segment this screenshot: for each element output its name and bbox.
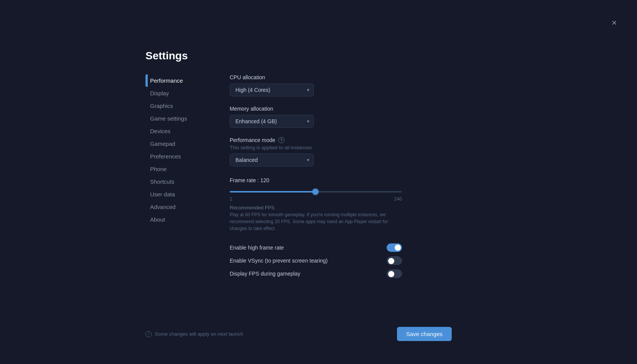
sidebar: PerformanceDisplayGraphicsGame settingsD…	[145, 74, 207, 280]
save-changes-button[interactable]: Save changes	[397, 327, 452, 341]
toggle-row-display-fps: Display FPS during gameplay	[230, 267, 402, 280]
sidebar-item-about[interactable]: About	[145, 213, 207, 226]
footer-info-icon: i	[145, 331, 152, 337]
settings-body: PerformanceDisplayGraphicsGame settingsD…	[145, 74, 452, 280]
settings-container: Settings PerformanceDisplayGraphicsGame …	[145, 50, 452, 280]
cpu-allocation-wrapper: Low (1 Core)Medium (2 Cores)High (4 Core…	[230, 83, 314, 96]
memory-allocation-wrapper: Standard (2 GB)Enhanced (4 GB)High (8 GB…	[230, 115, 314, 128]
toggle-display-fps[interactable]	[387, 269, 402, 278]
footer-note-text: Some changes will apply on next launch	[155, 331, 243, 337]
cpu-allocation-label: CPU allocation	[230, 74, 452, 80]
cpu-allocation-dropdown[interactable]: Low (1 Core)Medium (2 Cores)High (4 Core…	[230, 83, 314, 96]
slider-min-label: 1	[230, 196, 232, 202]
sidebar-item-shortcuts[interactable]: Shortcuts	[145, 175, 207, 188]
sidebar-item-game-settings[interactable]: Game settings	[145, 112, 207, 125]
memory-allocation-dropdown[interactable]: Standard (2 GB)Enhanced (4 GB)High (8 GB…	[230, 115, 314, 128]
performance-mode-subtitle: This setting is applied to all instances…	[230, 145, 452, 150]
footer: i Some changes will apply on next launch…	[145, 327, 452, 341]
footer-note: i Some changes will apply on next launch	[145, 331, 243, 337]
page-title: Settings	[145, 50, 452, 62]
toggle-high-frame-rate[interactable]	[387, 243, 402, 252]
toggle-thumb-display-fps	[388, 271, 394, 277]
fps-hint-text: Play at 60 FPS for smooth gameplay. If y…	[230, 211, 402, 232]
cpu-allocation-section: CPU allocation Low (1 Core)Medium (2 Cor…	[230, 74, 452, 96]
toggle-thumb-vsync	[388, 258, 394, 264]
performance-mode-dropdown[interactable]: Power SaverBalancedHigh Performance	[230, 153, 314, 166]
toggle-label-high-frame-rate: Enable high frame rate	[230, 245, 284, 251]
sidebar-item-performance[interactable]: Performance	[145, 74, 207, 87]
frame-rate-slider[interactable]	[230, 191, 402, 193]
slider-range-labels: 1 240	[230, 196, 402, 202]
sidebar-item-advanced[interactable]: Advanced	[145, 201, 207, 213]
performance-mode-help-icon[interactable]: ?	[278, 137, 284, 143]
toggle-label-vsync: Enable VSync (to prevent screen tearing)	[230, 258, 328, 264]
sidebar-item-user-data[interactable]: User data	[145, 188, 207, 201]
sidebar-item-phone[interactable]: Phone	[145, 163, 207, 175]
frame-rate-label: Frame rate : 120	[230, 177, 452, 183]
performance-mode-section: Performance mode ? This setting is appli…	[230, 137, 452, 166]
sidebar-item-display[interactable]: Display	[145, 87, 207, 100]
toggle-row-high-frame-rate: Enable high frame rate	[230, 241, 402, 254]
sidebar-item-graphics[interactable]: Graphics	[145, 100, 207, 112]
slider-container: 1 240	[230, 187, 402, 202]
memory-allocation-label: Memory allocation	[230, 106, 452, 112]
sidebar-item-devices[interactable]: Devices	[145, 125, 207, 137]
sidebar-item-gamepad[interactable]: Gamepad	[145, 137, 207, 150]
memory-allocation-section: Memory allocation Standard (2 GB)Enhance…	[230, 106, 452, 128]
fps-hint: Recommended FPS Play at 60 FPS for smoot…	[230, 205, 452, 232]
toggle-vsync[interactable]	[387, 256, 402, 265]
performance-mode-label: Performance mode	[230, 137, 275, 143]
slider-max-label: 240	[394, 196, 402, 202]
close-button[interactable]: ✕	[609, 18, 619, 28]
performance-mode-wrapper: Power SaverBalancedHigh Performance ▾	[230, 153, 314, 166]
fps-hint-title: Recommended FPS	[230, 205, 452, 211]
toggle-label-display-fps: Display FPS during gameplay	[230, 271, 300, 277]
toggle-thumb-high-frame-rate	[395, 245, 401, 251]
main-content: CPU allocation Low (1 Core)Medium (2 Cor…	[230, 74, 452, 280]
toggle-row-vsync: Enable VSync (to prevent screen tearing)	[230, 254, 402, 267]
performance-mode-row: Performance mode ?	[230, 137, 452, 143]
sidebar-item-preferences[interactable]: Preferences	[145, 150, 207, 163]
frame-rate-section: Frame rate : 120 1 240 Recommended FPS P…	[230, 177, 452, 232]
toggles-container: Enable high frame rateEnable VSync (to p…	[230, 241, 452, 280]
